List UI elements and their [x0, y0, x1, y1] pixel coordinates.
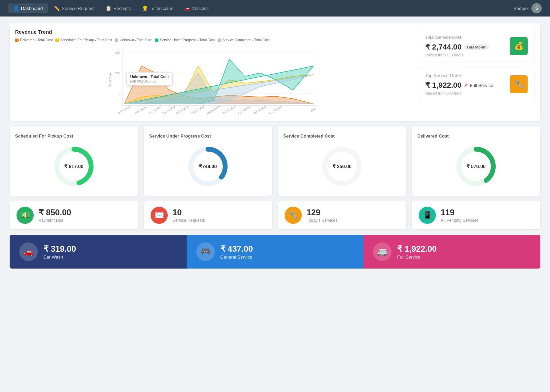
banner-full-service-label: Full Service — [397, 254, 437, 260]
banner-full-service-amount: ₹ 1,922.00 — [397, 244, 437, 254]
nav-item-vehicles[interactable]: 🚗 Vehicles — [179, 3, 213, 13]
donut-scheduled-amount: ₹ 617.00 — [64, 164, 84, 169]
nav-username: Samuel — [514, 6, 529, 11]
total-service-period-badge: This Month — [464, 44, 490, 50]
legend-item-completed: Service Completed - Total Cost — [218, 38, 270, 42]
stat-pending-icon: 📱 — [419, 207, 436, 224]
legend-dot-completed — [218, 39, 221, 42]
legend-label-scheduled: Scheduled For Pickup - Total Cost — [60, 38, 112, 42]
area-chart: 400 200 0 Jan 12,2017 Feb 22,2017 — [15, 45, 412, 114]
banner-car-wash[interactable]: 🚗 ₹ 319.00 Car Wash — [10, 235, 187, 269]
stat-today-num: 129 — [307, 208, 338, 217]
receipts-icon: 📋 — [106, 6, 111, 11]
banner-full-service-icon: 🚐 — [373, 242, 392, 261]
right-cards: Total Service Cost ₹ 2,744.00 This Month… — [418, 29, 535, 116]
svg-text:Mar 09,2017: Mar 09,2017 — [148, 105, 162, 114]
svg-text:400: 400 — [115, 51, 120, 54]
total-service-cost-sub: Raised from 11 Orders — [425, 53, 489, 57]
legend-label-unknown: Unknown - Total Cost — [120, 38, 152, 42]
donut-scheduled-title: Scheduled For Pickup Cost — [15, 133, 73, 139]
stat-service-req-icon: ✉️ — [151, 207, 168, 224]
banner-general-service-text: ₹ 437.00 General Service — [220, 244, 253, 260]
donut-card-completed: Service Completed Cost ₹ 250.00 — [278, 127, 406, 196]
legend-dot-scheduled — [55, 39, 59, 42]
legend-item-scheduled: Scheduled For Pickup - Total Cost — [55, 38, 112, 42]
banner-general-service-icon: 🎮 — [196, 242, 215, 261]
svg-text:Feb 15,2018: Feb 15,2018 — [175, 105, 189, 114]
stat-today-info: 129 Today's Services — [307, 208, 338, 223]
stat-payment-label: Payment Due — [38, 218, 71, 223]
stat-pending-label: All Pending Services — [441, 218, 478, 223]
total-service-cost-title: Total Service Cost — [425, 35, 489, 40]
legend-dot-unknown — [115, 39, 118, 42]
legend-item-unknown: Unknown - Total Cost — [115, 38, 152, 42]
donut-card-scheduled: Scheduled For Pickup Cost ₹ 617.00 — [10, 127, 138, 196]
top-service-type: Full Service — [470, 83, 493, 88]
svg-text:Jan 12,2017: Jan 12,2017 — [117, 105, 131, 114]
revenue-trend-section: Revenue Trend Delivered - Total Cost Sch… — [10, 23, 540, 121]
donut-progress-amount: ₹749.00 — [199, 164, 217, 169]
svg-text:Mar 01,2018: Mar 01,2018 — [206, 105, 220, 114]
avatar[interactable]: S — [531, 3, 542, 13]
total-service-cost-icon: 💰 — [510, 37, 528, 55]
nav-item-service-request[interactable]: ✏️ Service Request — [49, 3, 99, 13]
total-service-cost-card: Total Service Cost ₹ 2,744.00 This Month… — [418, 29, 535, 63]
banner-general-service-amount: ₹ 437.00 — [220, 244, 253, 254]
donut-delivered-amount: ₹ 570.00 — [466, 164, 486, 169]
banner-full-service-text: ₹ 1,922.00 Full Service — [397, 244, 437, 260]
total-service-cost-content: Total Service Cost ₹ 2,744.00 This Month… — [425, 35, 489, 57]
top-service-order-title: Top Service Order — [425, 73, 493, 78]
nav-item-receipts[interactable]: 📋 Receipts — [101, 3, 136, 13]
nav-item-dashboard[interactable]: 👤 Dashboard — [8, 3, 48, 13]
chart-area: Revenue Trend Delivered - Total Cost Sch… — [15, 29, 412, 116]
legend-item-progress: Service Under Progress - Total Cost — [155, 38, 214, 42]
banner-general-service[interactable]: 🎮 ₹ 437.00 General Service — [187, 235, 364, 269]
donut-delivered-wrap: ₹ 570.00 — [454, 144, 498, 189]
stat-service-req-label: Service Requests — [173, 218, 205, 223]
stat-payment-due: 💵 ₹ 850.00 Payment Due — [10, 201, 138, 229]
svg-text:Nov: Nov — [310, 107, 316, 112]
legend-dot-delivered — [15, 39, 19, 42]
stat-todays-services: 🔧 129 Today's Services — [278, 201, 406, 229]
stat-payment-num: ₹ 850.00 — [38, 208, 71, 217]
legend-dot-progress — [155, 39, 158, 42]
nav-right: Samuel S — [514, 3, 542, 13]
up-arrow-icon: ↗ — [464, 83, 468, 88]
top-service-order-content: Top Service Order ₹ 1,922.00 ↗ Full Serv… — [425, 73, 493, 95]
donut-row: Scheduled For Pickup Cost ₹ 617.00 Servi… — [10, 127, 540, 196]
navbar: 👤 Dashboard ✏️ Service Request 📋 Receipt… — [0, 0, 550, 17]
svg-text:Feb 09,2018: Feb 09,2018 — [162, 105, 176, 114]
total-service-cost-amount: ₹ 2,744.00 This Month — [425, 43, 489, 52]
legend-label-progress: Service Under Progress - Total Cost — [160, 38, 214, 42]
page-title: Revenue Trend — [15, 29, 412, 35]
stats-row: 💵 ₹ 850.00 Payment Due ✉️ 10 Service Req… — [10, 201, 540, 229]
donut-completed-amount: ₹ 250.00 — [332, 164, 352, 169]
legend-label-delivered: Delivered - Total Cost — [20, 38, 53, 42]
donut-completed-wrap: ₹ 250.00 — [320, 144, 364, 189]
donut-progress-title: Service Under Progress Cost — [149, 133, 211, 139]
svg-text:Mar 28,2018: Mar 28,2018 — [222, 105, 236, 114]
stat-today-label: Today's Services — [307, 218, 338, 223]
banner-full-service[interactable]: 🚐 ₹ 1,922.00 Full Service — [363, 235, 540, 269]
stat-payment-info: ₹ 850.00 Payment Due — [38, 208, 71, 223]
svg-text:Apr 18,2018: Apr 18,2018 — [268, 105, 282, 114]
banner-car-wash-label: Car Wash — [43, 254, 76, 260]
banner-row: 🚗 ₹ 319.00 Car Wash 🎮 ₹ 437.00 General S… — [10, 235, 540, 269]
top-service-order-icon: 🔧 — [510, 75, 528, 93]
stat-service-requests: ✉️ 10 Service Requests — [144, 201, 272, 229]
donut-card-delivered: Delivered Cost ₹ 570.00 — [412, 127, 540, 196]
dashboard-icon: 👤 — [13, 6, 19, 11]
top-service-order-amount: ₹ 1,922.00 ↗ Full Service — [425, 81, 493, 90]
chart-legend: Delivered - Total Cost Scheduled For Pic… — [15, 38, 412, 42]
top-service-order-card: Top Service Order ₹ 1,922.00 ↗ Full Serv… — [418, 67, 535, 101]
svg-text:Total Cost: Total Cost — [109, 73, 112, 87]
svg-text:Feb 22,2017: Feb 22,2017 — [134, 105, 148, 114]
svg-text:200: 200 — [115, 72, 120, 75]
nav-item-technicians[interactable]: 👷 Technicians — [137, 3, 178, 13]
nav-left: 👤 Dashboard ✏️ Service Request 📋 Receipt… — [8, 3, 213, 13]
banner-car-wash-text: ₹ 319.00 Car Wash — [43, 244, 76, 260]
svg-text:0: 0 — [119, 92, 120, 96]
stat-today-icon: 🔧 — [285, 207, 302, 224]
svg-text:Apr 10,2018: Apr 10,2018 — [238, 105, 251, 114]
stat-service-req-info: 10 Service Requests — [173, 208, 205, 223]
